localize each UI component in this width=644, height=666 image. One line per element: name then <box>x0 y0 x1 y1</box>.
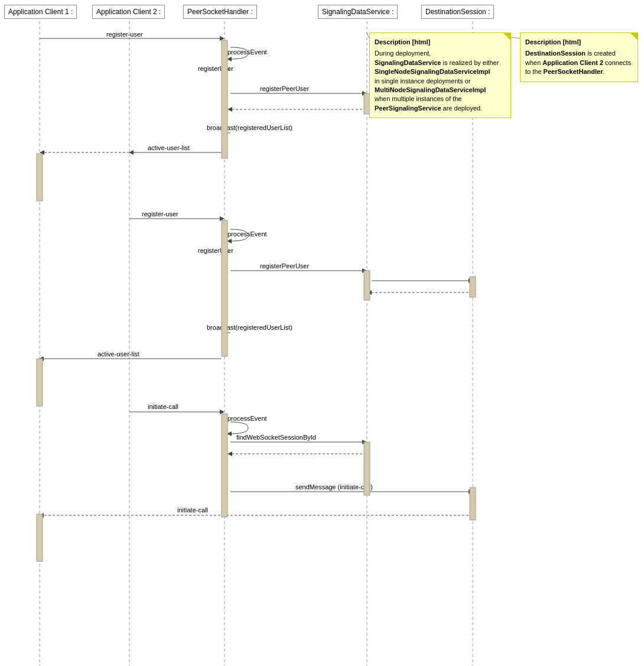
svg-marker-44 <box>367 290 372 295</box>
note-destination-session: Description [html] DestinationSession is… <box>520 33 638 82</box>
svg-rect-76 <box>364 442 370 495</box>
svg-text:registerUser: registerUser <box>198 247 233 254</box>
svg-text:broadcast(registeredUserList): broadcast(registeredUserList) <box>207 324 292 331</box>
svg-marker-62 <box>469 489 473 494</box>
svg-text:processEvent: processEvent <box>227 415 267 422</box>
svg-marker-15 <box>222 67 226 72</box>
note-signaling-data-service: Description [html] During deployment, Si… <box>369 33 511 118</box>
svg-marker-8 <box>220 36 225 41</box>
svg-marker-17 <box>362 91 367 96</box>
svg-text:initiate-call: initiate-call <box>177 506 208 514</box>
svg-rect-73 <box>37 359 43 406</box>
svg-marker-60 <box>227 451 232 456</box>
svg-marker-52 <box>220 410 225 414</box>
actor-psh: PeerSocketHandler : <box>183 5 257 19</box>
svg-text:registerPeerUser: registerPeerUser <box>260 262 309 269</box>
svg-text:register-user: register-user <box>106 31 143 38</box>
svg-marker-57 <box>362 440 367 444</box>
svg-marker-21 <box>227 107 232 112</box>
svg-marker-49 <box>39 356 44 361</box>
svg-marker-34 <box>227 239 232 243</box>
svg-marker-26 <box>129 150 134 155</box>
svg-marker-42 <box>469 278 473 283</box>
svg-text:registerPeerUser: registerPeerUser <box>260 85 309 92</box>
svg-rect-69 <box>222 220 227 356</box>
svg-text:broadcast(registeredUserList): broadcast(registeredUserList) <box>207 124 292 131</box>
svg-text:active-user-list: active-user-list <box>97 350 139 358</box>
svg-marker-39 <box>362 268 367 273</box>
svg-rect-75 <box>222 414 227 517</box>
actor-ds: DestinationSession : <box>421 5 494 19</box>
actor-ac1: Application Client 1 : <box>4 5 77 19</box>
svg-rect-70 <box>364 271 370 300</box>
svg-rect-77 <box>470 488 476 520</box>
actor-ac2: Application Client 2 : <box>92 5 165 19</box>
svg-text:active-user-list: active-user-list <box>148 144 190 151</box>
svg-text:findWebSocketSessionById: findWebSocketSessionById <box>236 434 316 441</box>
svg-marker-55 <box>227 431 232 436</box>
svg-marker-47 <box>222 330 226 335</box>
svg-marker-24 <box>222 131 226 135</box>
svg-rect-67 <box>222 40 227 158</box>
svg-marker-31 <box>220 216 225 221</box>
sequence-diagram: register-user processEvent registerUser … <box>0 0 644 666</box>
svg-marker-37 <box>222 250 226 255</box>
svg-marker-65 <box>39 513 44 518</box>
svg-rect-72 <box>37 154 43 201</box>
svg-text:processEvent: processEvent <box>227 230 267 238</box>
actor-sds: SignalingDataService : <box>318 5 398 19</box>
svg-text:initiate-call: initiate-call <box>148 403 178 410</box>
svg-rect-74 <box>37 514 43 561</box>
svg-text:processEvent: processEvent <box>227 48 267 56</box>
svg-text:sendMessage (initiate-call): sendMessage (initiate-call) <box>295 483 373 490</box>
diagram-svg: register-user processEvent registerUser … <box>0 0 644 666</box>
svg-text:register-user: register-user <box>142 210 178 217</box>
svg-rect-71 <box>470 277 476 297</box>
svg-marker-29 <box>40 150 44 155</box>
svg-text:registerUser: registerUser <box>198 65 233 72</box>
svg-marker-12 <box>227 57 232 61</box>
